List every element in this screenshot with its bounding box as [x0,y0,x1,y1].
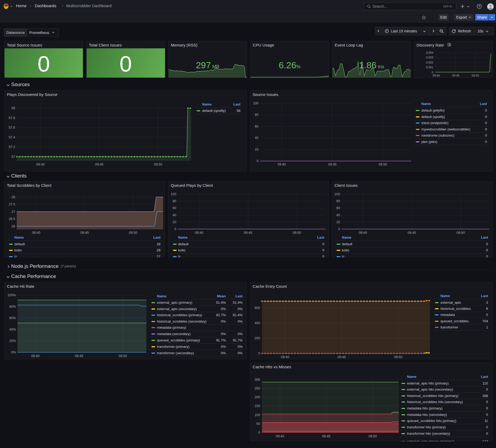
svg-text:?: ? [478,5,480,8]
